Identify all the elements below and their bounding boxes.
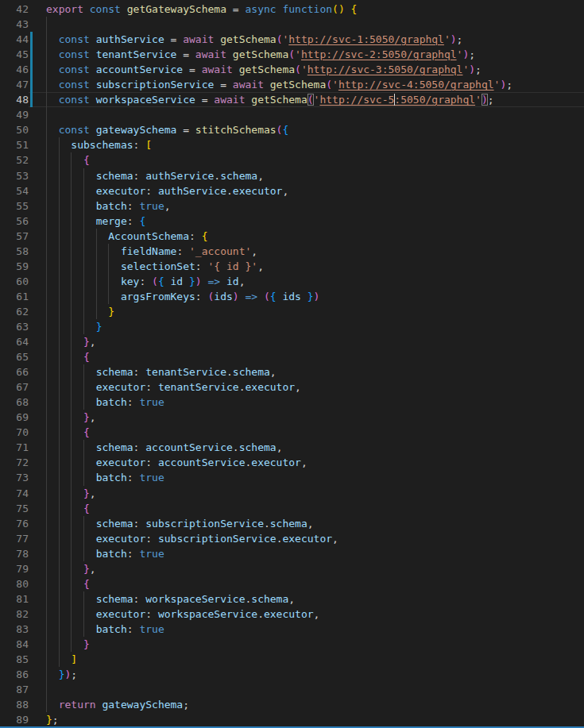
code-line[interactable]: 49 [0,107,584,122]
gutter[interactable] [29,17,46,32]
gutter[interactable] [29,137,46,152]
line-number[interactable]: 66 [0,364,29,379]
code-line[interactable]: 78 batch: true [0,546,584,561]
line-number[interactable]: 68 [0,395,29,410]
line-number[interactable]: 87 [0,682,29,697]
line-number[interactable]: 48 [0,92,29,107]
line-number[interactable]: 85 [0,652,29,667]
gutter[interactable] [29,77,46,92]
line-number[interactable]: 69 [0,410,29,425]
code-line[interactable]: 86 }); [0,667,584,682]
gutter[interactable] [29,168,46,183]
line-number[interactable]: 75 [0,501,29,516]
line-number[interactable]: 76 [0,516,29,531]
gutter[interactable] [29,486,46,501]
line-number[interactable]: 82 [0,607,29,622]
gutter[interactable] [29,667,46,682]
code-line[interactable]: 65 { [0,349,584,364]
git-modified-indicator[interactable] [30,77,33,92]
code-line[interactable]: 67 executor: tenantService.executor, [0,379,584,395]
code-line[interactable]: 46 const accountService = await getSchem… [0,62,584,77]
line-number[interactable]: 77 [0,531,29,546]
code-line[interactable]: 84 } [0,637,584,652]
url-link[interactable]: http://svc-3:5050/graphql [307,64,463,75]
code-line[interactable]: 44 const authService = await getSchema('… [0,32,584,47]
code-line[interactable]: 76 schema: subscriptionService.schema, [0,516,584,531]
code-line[interactable]: 45 const tenantService = await getSchema… [0,47,584,62]
code-line[interactable]: 77 executor: subscriptionService.executo… [0,531,584,546]
line-number[interactable]: 70 [0,425,29,440]
gutter[interactable] [29,561,46,576]
line-number[interactable]: 58 [0,244,29,259]
line-number[interactable]: 54 [0,183,29,198]
code-line[interactable]: 85 ] [0,652,584,667]
line-number[interactable]: 55 [0,198,29,214]
line-number[interactable]: 61 [0,289,29,304]
gutter[interactable] [29,319,46,334]
code-line[interactable]: 42export const getGatewaySchema = async … [0,2,584,17]
gutter[interactable] [29,364,46,379]
code-line[interactable]: 89}; [0,712,584,727]
git-modified-indicator[interactable] [30,62,33,77]
line-number[interactable]: 50 [0,122,29,137]
code-line[interactable]: 48 const workspaceService = await getSch… [0,92,584,107]
code-line[interactable]: 51 subschemas: [ [0,137,584,152]
gutter[interactable] [29,682,46,697]
code-line[interactable]: 82 executor: workspaceService.executor, [0,607,584,622]
line-number[interactable]: 42 [0,2,29,17]
code-line[interactable]: 55 batch: true, [0,198,584,214]
gutter[interactable] [29,379,46,395]
code-line[interactable]: 69 }, [0,410,584,425]
line-number[interactable]: 72 [0,455,29,470]
line-number[interactable]: 46 [0,62,29,77]
line-number[interactable]: 52 [0,152,29,168]
line-number[interactable]: 73 [0,470,29,485]
code-line[interactable]: 64 }, [0,334,584,349]
line-number[interactable]: 49 [0,107,29,122]
line-number[interactable]: 84 [0,637,29,652]
code-line[interactable]: 79 }, [0,561,584,576]
line-number[interactable]: 79 [0,561,29,576]
code-line[interactable]: 50 const gatewaySchema = stitchSchemas({ [0,122,584,137]
code-line[interactable]: 63 } [0,319,584,334]
line-number[interactable]: 44 [0,32,29,47]
code-line[interactable]: 62 } [0,304,584,319]
line-number[interactable]: 88 [0,697,29,712]
gutter[interactable] [29,47,46,62]
gutter[interactable] [29,440,46,455]
gutter[interactable] [29,274,46,289]
gutter[interactable] [29,152,46,168]
code-line[interactable]: 53 schema: authService.schema, [0,168,584,183]
line-number[interactable]: 74 [0,486,29,501]
gutter[interactable] [29,516,46,531]
code-line[interactable]: 88 return gatewaySchema; [0,697,584,712]
gutter[interactable] [29,622,46,637]
line-number[interactable]: 83 [0,622,29,637]
gutter[interactable] [29,395,46,410]
url-link[interactable]: http://svc-1:5050/graphql [288,33,444,45]
line-number[interactable]: 71 [0,440,29,455]
git-modified-indicator[interactable] [30,32,33,47]
line-number[interactable]: 64 [0,334,29,349]
code-line[interactable]: 71 schema: accountService.schema, [0,440,584,455]
code-line[interactable]: 61 argsFromKeys: (ids) => ({ ids }) [0,289,584,304]
code-line[interactable]: 80 { [0,576,584,591]
gutter[interactable] [29,591,46,607]
line-number[interactable]: 65 [0,349,29,364]
code-line[interactable]: 73 batch: true [0,470,584,485]
code-line[interactable]: 74 }, [0,486,584,501]
line-number[interactable]: 62 [0,304,29,319]
gutter[interactable] [29,214,46,229]
gutter[interactable] [29,576,46,591]
code-line[interactable]: 58 fieldName: '_account', [0,244,584,259]
code-line[interactable]: 43 [0,17,584,32]
gutter[interactable] [29,32,46,47]
line-number[interactable]: 67 [0,379,29,395]
gutter[interactable] [29,304,46,319]
line-number[interactable]: 47 [0,77,29,92]
gutter[interactable] [29,229,46,244]
url-link[interactable]: http://svc-2:5050/graphql [301,48,457,60]
git-modified-indicator[interactable] [30,47,33,62]
gutter[interactable] [29,697,46,712]
line-number[interactable]: 51 [0,137,29,152]
